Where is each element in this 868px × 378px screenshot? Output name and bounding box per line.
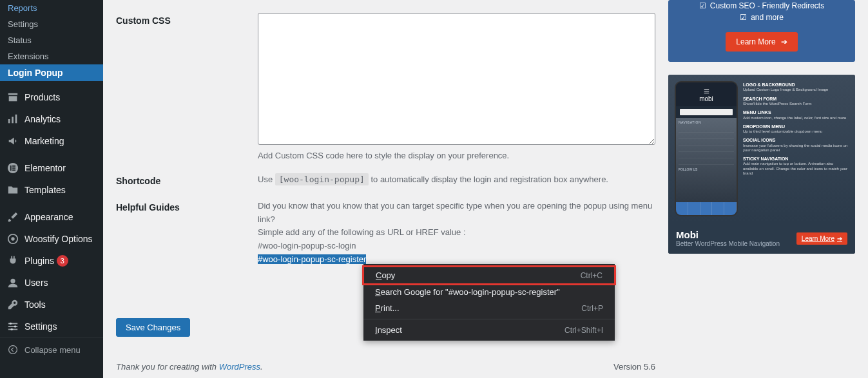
sidebar-item-label: Woostify Options [24, 234, 93, 244]
admin-sidebar: Reports Settings Status Extensions Login… [0, 0, 103, 378]
phone-brand: mobi [676, 95, 737, 102]
megaphone-icon [6, 135, 19, 147]
sidebar-item-users[interactable]: Users [0, 272, 103, 294]
collapse-menu-label: Collapse menu [24, 345, 81, 355]
custom-css-textarea[interactable] [258, 13, 655, 145]
sidebar-item-marketing[interactable]: Marketing [0, 130, 103, 152]
promo1-learn-more-button[interactable]: Learn More ➔ [726, 32, 797, 52]
admin-footer: Thank you for creating with WordPress. V… [116, 362, 655, 372]
context-menu-print[interactable]: Print... Ctrl+P [363, 300, 615, 316]
svg-point-9 [11, 237, 14, 240]
shortcode-text: Use [woo-login-popup] to automatically d… [258, 173, 608, 185]
phone-mockup: ☰ mobi NAVIGATION FOLLOW US [675, 81, 738, 216]
svg-rect-4 [10, 165, 12, 171]
woostify-icon [6, 232, 19, 245]
sidebar-sub-extensions[interactable]: Extensions [0, 48, 103, 64]
sidebar-item-elementor[interactable]: Elementor [0, 157, 103, 179]
update-count-badge: 3 [57, 255, 68, 267]
svg-rect-0 [8, 119, 10, 123]
context-menu-inspect[interactable]: Inspect Ctrl+Shift+I [363, 322, 615, 338]
hamburger-icon: ☰ [676, 89, 737, 94]
sidebar-item-plugins[interactable]: Plugins 3 [0, 250, 103, 272]
check-icon: ☑ [699, 1, 706, 10]
helpful-guides-label: Helpful Guides [116, 200, 258, 213]
sidebar-item-analytics[interactable]: Analytics [0, 108, 103, 130]
sidebar-item-label: Elementor [24, 163, 66, 173]
svg-rect-7 [12, 169, 15, 171]
sidebar-item-templates[interactable]: Templates [0, 179, 103, 201]
guide-register-anchor-selected: #woo-login-popup-sc-register [258, 254, 366, 264]
wrench-icon [6, 298, 19, 311]
sliders-icon [6, 320, 19, 333]
folder-icon [6, 184, 19, 196]
sidebar-item-label: Users [24, 278, 48, 288]
copy-shortcut: Ctrl+C [581, 271, 603, 280]
sidebar-item-woostify[interactable]: Woostify Options [0, 228, 103, 250]
sidebar-item-label: Settings [8, 19, 38, 29]
print-shortcut: Ctrl+P [581, 304, 603, 313]
archive-icon [6, 91, 19, 104]
sidebar-item-label: Settings [24, 321, 57, 332]
main-content: Custom CSS Add Custom CSS code here to s… [103, 0, 668, 378]
sidebar-item-settings[interactable]: Settings [0, 316, 103, 337]
promo2-learn-more-button[interactable]: Learn More ➔ [796, 232, 847, 245]
promo1-feature-1: Custom SEO - Friendly Redirects [710, 1, 824, 10]
custom-css-description: Add Custom CSS code here to style the di… [258, 151, 655, 160]
context-menu-copy[interactable]: Copy Ctrl+C [362, 265, 616, 285]
footer-thanks: Thank you for creating with [116, 362, 219, 372]
shortcode-code: [woo-login-popup] [275, 173, 369, 185]
promo-mobi-card: ☰ mobi NAVIGATION FOLLOW US LOGO & BACKG… [668, 75, 855, 254]
sidebar-item-label: Analytics [24, 114, 61, 124]
user-icon [6, 276, 19, 289]
svg-point-16 [10, 328, 13, 331]
sidebar-item-label: Templates [24, 185, 66, 195]
sidebar-item-label: Products [24, 92, 60, 102]
footer-wordpress-link[interactable]: WordPress [219, 362, 260, 372]
promo2-title: Mobi [676, 229, 780, 240]
sidebar-item-products[interactable]: Products [0, 86, 103, 108]
phone-nav-heading: NAVIGATION [679, 120, 734, 124]
svg-point-10 [10, 279, 15, 283]
svg-point-14 [10, 323, 12, 325]
phone-search-bar [680, 109, 733, 115]
sidebar-sub-settings[interactable]: Settings [0, 16, 103, 32]
sidebar-item-label: Reports [8, 3, 37, 13]
footer-version: Version 5.6 [613, 362, 655, 372]
svg-point-15 [14, 325, 17, 328]
elementor-icon [6, 162, 19, 175]
sidebar-sub-login-popup[interactable]: Login Popup [0, 64, 103, 81]
custom-css-label: Custom CSS [116, 13, 258, 26]
browser-context-menu: Copy Ctrl+C Search Google for "#woo-logi… [363, 264, 615, 341]
promo2-feature-list: LOGO & BACKGROUNDUpload Custom Logo Imag… [743, 81, 849, 216]
save-changes-button[interactable]: Save Changes [116, 318, 190, 337]
sidebar-sub-status[interactable]: Status [0, 32, 103, 48]
plugin-icon [6, 254, 19, 267]
arrow-right-icon: ➔ [781, 37, 787, 46]
sidebar-item-label: Plugins [24, 256, 54, 266]
svg-rect-6 [12, 167, 15, 169]
promo-redirects-card: ☑Custom SEO - Friendly Redirects ☑and mo… [668, 0, 855, 62]
context-menu-search-google[interactable]: Search Google for "#woo-login-popup-sc-r… [363, 284, 615, 300]
svg-point-17 [9, 346, 17, 354]
brush-icon [6, 211, 19, 223]
sidebar-item-appearance[interactable]: Appearance [0, 206, 103, 228]
svg-rect-2 [15, 115, 17, 124]
sidebar-item-label: Marketing [24, 136, 64, 146]
collapse-menu-button[interactable]: Collapse menu [0, 337, 103, 361]
helpful-guides-text: Did you know that you know that you can … [258, 200, 655, 267]
promo2-subtitle: Better WordPress Mobile Navigation [676, 240, 780, 247]
sidebar-item-tools[interactable]: Tools [0, 294, 103, 316]
check-icon: ☑ [740, 13, 747, 22]
shortcode-label: Shortcode [116, 173, 258, 186]
sidebar-item-label: Appearance [24, 212, 73, 222]
sidebar-item-label: Extensions [8, 52, 49, 61]
guide-login-anchor: #woo-login-popup-sc-login [258, 240, 655, 253]
right-sidebar: ☑Custom SEO - Friendly Redirects ☑and mo… [668, 0, 868, 378]
context-menu-separator [363, 319, 615, 319]
svg-rect-1 [12, 117, 14, 123]
sidebar-item-label: Login Popup [8, 68, 63, 78]
sidebar-sub-reports[interactable]: Reports [0, 0, 103, 16]
promo1-feature-2: and more [751, 13, 784, 22]
inspect-shortcut: Ctrl+Shift+I [564, 326, 603, 335]
collapse-icon [6, 343, 19, 356]
